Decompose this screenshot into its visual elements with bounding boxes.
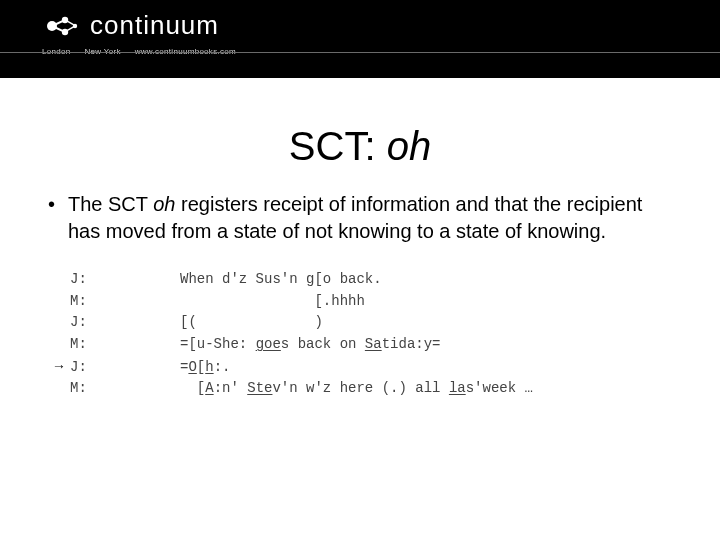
header-bar: continuum London New York www.continuumb… (0, 0, 720, 78)
speaker-label: M: (70, 334, 180, 356)
speaker-label: M: (70, 378, 180, 400)
transcript-row: J:When d'z Sus'n g[o back. (52, 269, 720, 291)
transcript-row: M: [.hhhh (52, 291, 720, 313)
brand: continuum (0, 0, 720, 41)
title-italic: oh (387, 124, 432, 168)
speaker-label: J: (70, 357, 180, 379)
utterance-text: [( ) (180, 312, 720, 334)
utterance-text: [.hhhh (180, 291, 720, 313)
slide-title: SCT: oh (0, 124, 720, 169)
continuum-logo-icon (42, 11, 80, 41)
brand-name: continuum (90, 10, 219, 41)
transcript-row: J:[( ) (52, 312, 720, 334)
speaker-label: M: (70, 291, 180, 313)
bullet-text: The SCT oh registers receipt of informat… (68, 191, 660, 245)
title-prefix: SCT: (289, 124, 387, 168)
bullet-list: • The SCT oh registers receipt of inform… (48, 191, 660, 245)
utterance-text: =O[h:. (180, 357, 720, 379)
utterance-text: =[u-She: goes back on Satida:y= (180, 334, 720, 356)
utterance-text: When d'z Sus'n g[o back. (180, 269, 720, 291)
header-subline: London New York www.continuumbooks.com (0, 41, 720, 56)
bullet-marker: • (48, 191, 68, 245)
transcript-row: →J:=O[h:. (52, 356, 720, 379)
speaker-label: J: (70, 269, 180, 291)
utterance-text: [A:n' Stev'n w'z here (.) all las'week … (180, 378, 720, 400)
speaker-label: J: (70, 312, 180, 334)
transcript-block: J:When d'z Sus'n g[o back.M: [.hhhhJ:[( … (52, 269, 720, 400)
bullet-italic: oh (153, 193, 175, 215)
bullet-item: • The SCT oh registers receipt of inform… (48, 191, 660, 245)
transcript-row: M: [A:n' Stev'n w'z here (.) all las'wee… (52, 378, 720, 400)
slide: continuum London New York www.continuumb… (0, 0, 720, 540)
arrow-icon: → (52, 356, 70, 378)
bullet-pre: The SCT (68, 193, 153, 215)
transcript-row: M:=[u-She: goes back on Satida:y= (52, 334, 720, 356)
header-divider (0, 52, 720, 53)
